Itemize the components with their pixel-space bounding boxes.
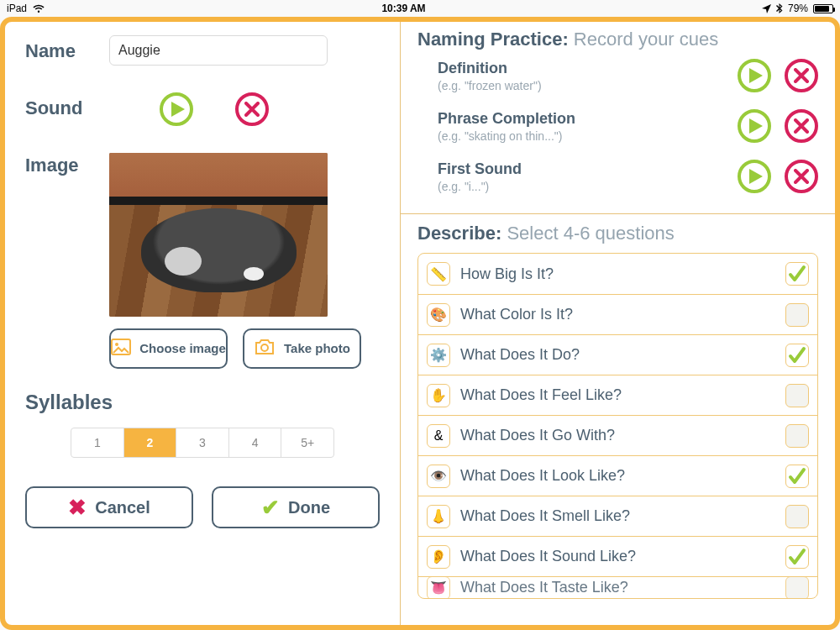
describe-subtitle: Select 4-6 questions <box>507 223 674 244</box>
cue-delete-button[interactable] <box>785 109 818 143</box>
cue-play-button[interactable] <box>738 59 771 92</box>
question-checkbox[interactable] <box>785 262 809 286</box>
question-checkbox[interactable] <box>785 545 809 569</box>
question-icon: ⚙️ <box>427 344 450 367</box>
question-label: What Does It Go With? <box>460 427 785 444</box>
syllable-option-5+[interactable]: 5+ <box>281 428 333 457</box>
question-icon: 👂 <box>427 545 450 569</box>
question-row[interactable]: 👃What Does It Smell Like? <box>418 496 817 536</box>
name-label: Name <box>25 35 109 62</box>
syllables-label: Syllables <box>25 391 380 414</box>
done-button[interactable]: ✔ Done <box>212 486 380 528</box>
cue-row: First Sound(e.g. "i...") <box>417 151 818 202</box>
question-row[interactable]: &What Does It Go With? <box>418 415 817 455</box>
done-label: Done <box>288 498 330 517</box>
question-row[interactable]: ✋What Does It Feel Like? <box>418 375 817 415</box>
image-icon <box>111 339 131 359</box>
question-label: What Does It Feel Like? <box>460 386 785 404</box>
syllable-option-1[interactable]: 1 <box>71 428 123 457</box>
battery-icon <box>813 4 833 13</box>
check-icon: ✔ <box>261 496 280 520</box>
battery-pct: 79% <box>788 3 808 14</box>
status-bar: iPad 10:39 AM 79% <box>0 0 840 17</box>
cue-example: (e.g. "i...") <box>438 180 738 193</box>
question-checkbox[interactable] <box>785 505 809 528</box>
question-row[interactable]: 🎨What Color Is It? <box>418 294 817 334</box>
cue-delete-button[interactable] <box>785 59 818 92</box>
cancel-button[interactable]: ✖ Cancel <box>25 486 193 528</box>
question-label: What Does It Taste Like? <box>460 579 785 596</box>
image-thumbnail[interactable] <box>109 153 328 317</box>
question-checkbox[interactable] <box>785 344 809 367</box>
cancel-label: Cancel <box>95 498 150 517</box>
question-row[interactable]: ⚙️What Does It Do? <box>418 334 817 375</box>
question-label: What Does It Smell Like? <box>460 507 785 525</box>
question-icon: & <box>427 424 450 448</box>
cue-play-button[interactable] <box>738 160 771 193</box>
naming-title: Naming Practice: <box>417 29 569 50</box>
name-input[interactable] <box>109 35 328 66</box>
cue-example: (e.g. "frozen water") <box>438 79 738 92</box>
camera-icon <box>254 339 276 359</box>
svg-point-1 <box>115 343 118 346</box>
question-icon: 👅 <box>427 576 450 600</box>
question-row[interactable]: 👅What Does It Taste Like? <box>418 576 817 598</box>
naming-subtitle: Record your cues <box>574 29 718 50</box>
question-icon: 👃 <box>427 505 450 528</box>
bluetooth-icon <box>776 3 783 13</box>
question-checkbox[interactable] <box>785 465 809 488</box>
question-row[interactable]: 📏How Big Is It? <box>418 254 817 294</box>
question-checkbox[interactable] <box>785 303 809 327</box>
syllable-option-3[interactable]: 3 <box>176 428 228 457</box>
question-icon: 📏 <box>427 262 450 286</box>
question-icon: 🎨 <box>427 303 450 327</box>
x-icon: ✖ <box>68 496 87 520</box>
wifi-icon <box>32 3 45 13</box>
syllable-option-4[interactable]: 4 <box>228 428 281 457</box>
svg-point-2 <box>261 344 268 351</box>
question-row[interactable]: 👂What Does It Sound Like? <box>418 536 817 576</box>
cue-play-button[interactable] <box>738 109 771 143</box>
describe-title: Describe: <box>417 223 501 244</box>
question-checkbox[interactable] <box>785 576 809 600</box>
cue-row: Phrase Completion(e.g. "skating on thin.… <box>417 101 818 151</box>
take-photo-button[interactable]: Take photo <box>243 328 361 369</box>
question-icon: 👁️ <box>427 465 450 488</box>
cue-title: Definition <box>438 60 738 77</box>
question-label: What Color Is It? <box>460 306 785 323</box>
cue-title: Phrase Completion <box>438 110 738 128</box>
cue-delete-button[interactable] <box>785 160 818 193</box>
sound-play-button[interactable] <box>160 92 193 126</box>
sound-label: Sound <box>25 92 109 119</box>
clock: 10:39 AM <box>381 3 425 14</box>
cue-row: Definition(e.g. "frozen water") <box>417 50 818 101</box>
sound-delete-button[interactable] <box>235 92 269 126</box>
question-checkbox[interactable] <box>785 384 809 407</box>
take-photo-label: Take photo <box>284 342 350 356</box>
question-label: What Does It Sound Like? <box>460 548 785 565</box>
location-icon <box>762 4 771 13</box>
question-row[interactable]: 👁️What Does It Look Like? <box>418 455 817 496</box>
cue-example: (e.g. "skating on thin...") <box>438 129 738 143</box>
question-checkbox[interactable] <box>785 424 809 448</box>
image-label: Image <box>25 150 109 176</box>
syllables-segmented: 12345+ <box>71 428 334 458</box>
question-list[interactable]: 📏How Big Is It?🎨What Color Is It?⚙️What … <box>417 253 818 599</box>
question-icon: ✋ <box>427 384 450 407</box>
naming-heading: Naming Practice: Record your cues <box>417 29 818 50</box>
question-label: What Does It Look Like? <box>460 467 785 485</box>
cue-title: First Sound <box>438 160 738 178</box>
carrier-label: iPad <box>7 3 27 14</box>
question-label: How Big Is It? <box>460 265 785 283</box>
syllable-option-2[interactable]: 2 <box>123 428 176 457</box>
choose-image-button[interactable]: Choose image <box>109 328 228 369</box>
choose-image-label: Choose image <box>139 342 226 356</box>
question-label: What Does It Do? <box>460 346 785 364</box>
describe-heading: Describe: Select 4-6 questions <box>417 223 818 244</box>
